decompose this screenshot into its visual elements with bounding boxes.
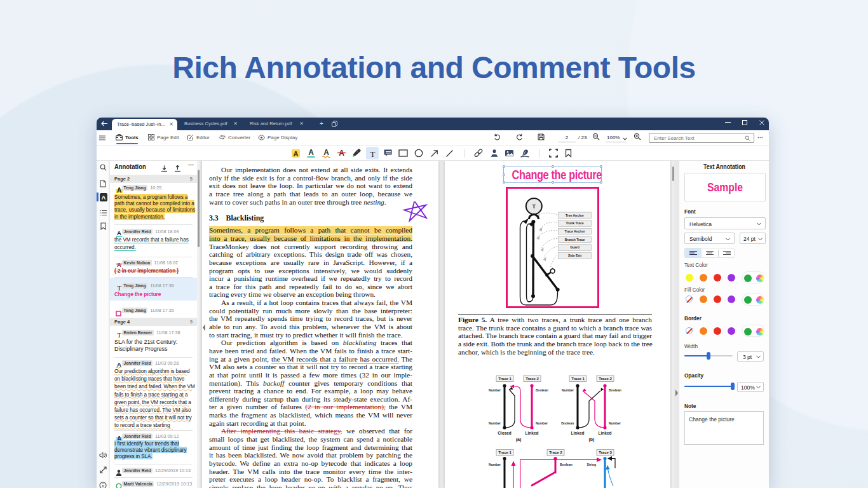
svg-text:A: A bbox=[308, 148, 314, 157]
svg-text:Linked: Linked bbox=[599, 431, 612, 435]
svg-text:(b): (b) bbox=[589, 437, 595, 442]
svg-text:Trace 2: Trace 2 bbox=[526, 377, 539, 381]
svg-text:A: A bbox=[293, 149, 298, 157]
svg-text:Trace 2: Trace 2 bbox=[599, 377, 612, 381]
svg-text:Trace Anchor: Trace Anchor bbox=[565, 229, 585, 233]
svg-text:Guard: Guard bbox=[570, 245, 580, 249]
svg-text:Trace 3: Trace 3 bbox=[599, 451, 612, 454]
svg-text:Number: Number bbox=[489, 463, 501, 466]
svg-text:String: String bbox=[587, 463, 596, 466]
svg-text:Boolean: Boolean bbox=[561, 421, 574, 425]
svg-text:Tree Anchor: Tree Anchor bbox=[566, 214, 584, 217]
svg-text:Number: Number bbox=[609, 421, 621, 425]
svg-text:Boolean: Boolean bbox=[609, 388, 621, 392]
svg-text:Trunk Trace: Trunk Trace bbox=[566, 221, 583, 225]
svg-text:Linked: Linked bbox=[571, 431, 585, 435]
svg-text:A: A bbox=[117, 229, 121, 236]
svg-text:Number: Number bbox=[489, 388, 501, 392]
svg-text:Trace 1: Trace 1 bbox=[498, 451, 512, 454]
svg-text:Branch Trace: Branch Trace bbox=[565, 238, 585, 241]
svg-text:Trace 2: Trace 2 bbox=[549, 451, 562, 454]
svg-text:Number: Number bbox=[489, 421, 501, 425]
svg-text:Number: Number bbox=[562, 388, 574, 392]
svg-text:Trace 1: Trace 1 bbox=[571, 377, 585, 381]
svg-text:A: A bbox=[117, 187, 121, 194]
svg-text:T: T bbox=[117, 284, 121, 291]
svg-text:Number: Number bbox=[536, 421, 548, 425]
svg-text:Linked: Linked bbox=[526, 431, 539, 435]
svg-text:Side Exit: Side Exit bbox=[568, 254, 581, 257]
svg-text:Boolean: Boolean bbox=[560, 463, 573, 466]
svg-text:Boolean: Boolean bbox=[536, 388, 548, 392]
svg-text:(a): (a) bbox=[516, 437, 522, 442]
svg-text:A: A bbox=[117, 361, 121, 368]
svg-text:T: T bbox=[532, 203, 536, 210]
svg-text:A: A bbox=[323, 148, 329, 157]
svg-text:T: T bbox=[370, 149, 375, 158]
svg-text:Closed: Closed bbox=[498, 431, 512, 435]
svg-text:T: T bbox=[117, 331, 121, 338]
svg-text:Trace 1: Trace 1 bbox=[498, 377, 512, 381]
